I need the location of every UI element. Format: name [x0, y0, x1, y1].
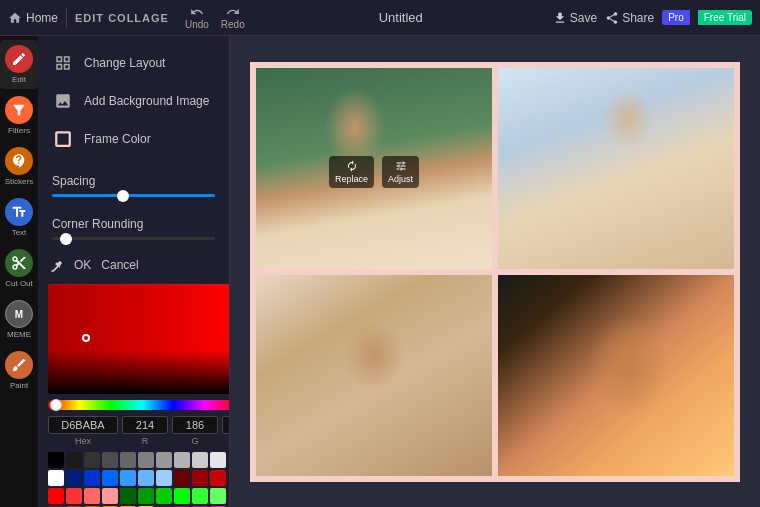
color-swatch-13[interactable] [102, 470, 118, 486]
color-swatch-26[interactable] [156, 488, 172, 504]
gradient-inner [48, 284, 230, 394]
eyedropper-button[interactable] [48, 259, 64, 278]
color-swatch-12[interactable] [84, 470, 100, 486]
color-swatch-4[interactable] [120, 452, 136, 468]
sidebar-item-meme[interactable]: M MEME [0, 295, 38, 344]
swatches-grid [48, 452, 230, 507]
spacing-slider-thumb[interactable] [117, 190, 129, 202]
color-swatch-2[interactable] [84, 452, 100, 468]
ok-button[interactable]: OK [74, 258, 91, 272]
color-swatch-9[interactable] [210, 452, 226, 468]
color-swatch-17[interactable] [174, 470, 190, 486]
color-picker-header: OK Cancel [48, 258, 219, 278]
color-swatch-11[interactable] [66, 470, 82, 486]
b-input[interactable] [222, 416, 230, 434]
g-input-group: G [172, 416, 218, 446]
share-button[interactable]: Share [605, 11, 654, 25]
color-swatch-25[interactable] [138, 488, 154, 504]
photo-overlay: Replace Adjust [329, 156, 419, 188]
photo-3-bg [256, 275, 492, 476]
rounding-section: Corner Rounding [38, 213, 229, 248]
hex-input[interactable] [48, 416, 118, 434]
color-swatch-6[interactable] [156, 452, 172, 468]
hex-input-group: Hex [48, 416, 118, 446]
rounding-slider-thumb[interactable] [60, 233, 72, 245]
sidebar-item-cutout[interactable]: Cut Out [0, 244, 38, 293]
color-swatch-0[interactable] [48, 452, 64, 468]
collage-frame: Replace Adjust [250, 62, 740, 482]
color-swatch-27[interactable] [174, 488, 190, 504]
frame-color-label: Frame Color [84, 132, 151, 146]
color-swatch-14[interactable] [120, 470, 136, 486]
rounding-slider-track[interactable] [52, 237, 215, 240]
rounding-label: Corner Rounding [52, 217, 215, 231]
color-swatch-15[interactable] [138, 470, 154, 486]
svg-rect-0 [56, 132, 70, 146]
color-swatch-22[interactable] [84, 488, 100, 504]
hue-slider[interactable] [48, 400, 230, 410]
color-swatch-20[interactable] [48, 488, 64, 504]
g-label: G [191, 436, 198, 446]
sidebar-item-paint[interactable]: Paint [0, 346, 38, 395]
color-swatch-28[interactable] [192, 488, 208, 504]
color-swatch-7[interactable] [174, 452, 190, 468]
panel-menu: Change Layout Add Background Image Frame… [38, 36, 229, 166]
sidebar-item-text[interactable]: Text [0, 193, 38, 242]
sidebar-item-edit[interactable]: Edit [0, 40, 38, 89]
gradient-cursor [82, 334, 90, 342]
add-background-item[interactable]: Add Background Image [38, 82, 229, 120]
main-layout: Edit Filters Stickers Text Cut Out [0, 36, 760, 507]
hex-label: Hex [75, 436, 91, 446]
photo-cell-4[interactable] [498, 275, 734, 476]
sidebar-item-filters[interactable]: Filters [0, 91, 38, 140]
color-swatch-18[interactable] [192, 470, 208, 486]
cutout-label: Cut Out [5, 279, 33, 288]
color-gradient-box[interactable] [48, 284, 230, 394]
photo-4-bg [498, 275, 734, 476]
edit-collage-label: EDIT COLLAGE [75, 12, 169, 24]
undo-button[interactable]: Undo [181, 3, 213, 32]
photo-cell-2[interactable] [498, 68, 734, 269]
hue-thumb[interactable] [50, 399, 62, 411]
color-swatch-24[interactable] [120, 488, 136, 504]
photo-cell-1[interactable]: Replace Adjust [256, 68, 492, 269]
adjust-button[interactable]: Adjust [382, 156, 419, 188]
g-input[interactable] [172, 416, 218, 434]
frame-color-item[interactable]: Frame Color [38, 120, 229, 158]
color-swatch-29[interactable] [210, 488, 226, 504]
color-swatch-5[interactable] [138, 452, 154, 468]
r-input[interactable] [122, 416, 168, 434]
color-swatch-3[interactable] [102, 452, 118, 468]
topbar-divider [66, 8, 67, 28]
spacing-slider-track[interactable] [52, 194, 215, 197]
photo-cell-3[interactable] [256, 275, 492, 476]
topbar: Home EDIT COLLAGE Undo Redo Untitled Sav… [0, 0, 760, 36]
image-icon [52, 90, 74, 112]
r-input-group: R [122, 416, 168, 446]
document-title[interactable]: Untitled [257, 10, 545, 25]
free-trial-badge: Free Trial [698, 10, 752, 25]
redo-button[interactable]: Redo [217, 3, 249, 32]
cancel-button[interactable]: Cancel [101, 258, 138, 272]
filters-label: Filters [8, 126, 30, 135]
frame-color-icon [52, 128, 74, 150]
color-swatch-8[interactable] [192, 452, 208, 468]
save-button[interactable]: Save [553, 11, 597, 25]
photo-2-bg [498, 68, 734, 269]
color-swatch-23[interactable] [102, 488, 118, 504]
canvas-area: Replace Adjust [230, 36, 760, 507]
layout-icon [52, 52, 74, 74]
sidebar-item-stickers[interactable]: Stickers [0, 142, 38, 191]
spacing-label: Spacing [52, 174, 215, 188]
color-swatch-21[interactable] [66, 488, 82, 504]
color-swatch-10[interactable] [48, 470, 64, 486]
change-layout-item[interactable]: Change Layout [38, 44, 229, 82]
add-background-label: Add Background Image [84, 94, 209, 108]
color-swatch-16[interactable] [156, 470, 172, 486]
replace-button[interactable]: Replace [329, 156, 374, 188]
home-button[interactable]: Home [8, 11, 58, 25]
color-swatch-1[interactable] [66, 452, 82, 468]
color-swatch-19[interactable] [210, 470, 226, 486]
r-label: R [142, 436, 149, 446]
meme-label: MEME [7, 330, 31, 339]
